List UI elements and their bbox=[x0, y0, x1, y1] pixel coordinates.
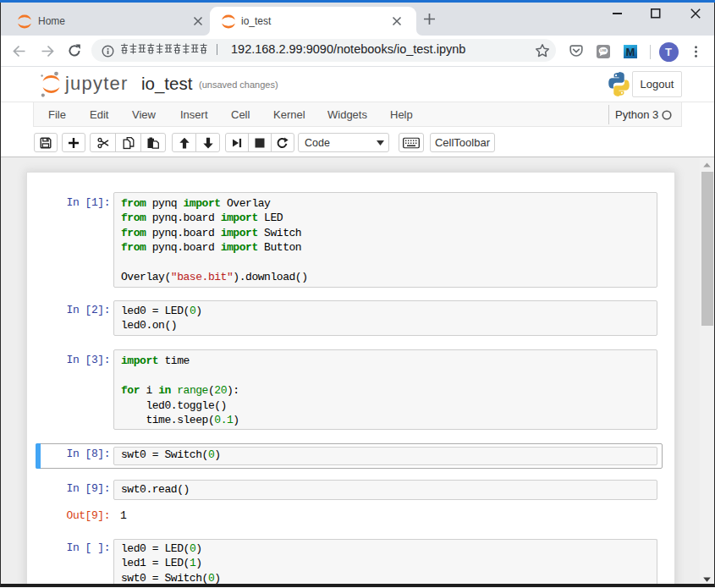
svg-text:LINE: LINE bbox=[600, 49, 607, 52]
svg-text:M: M bbox=[626, 46, 635, 58]
